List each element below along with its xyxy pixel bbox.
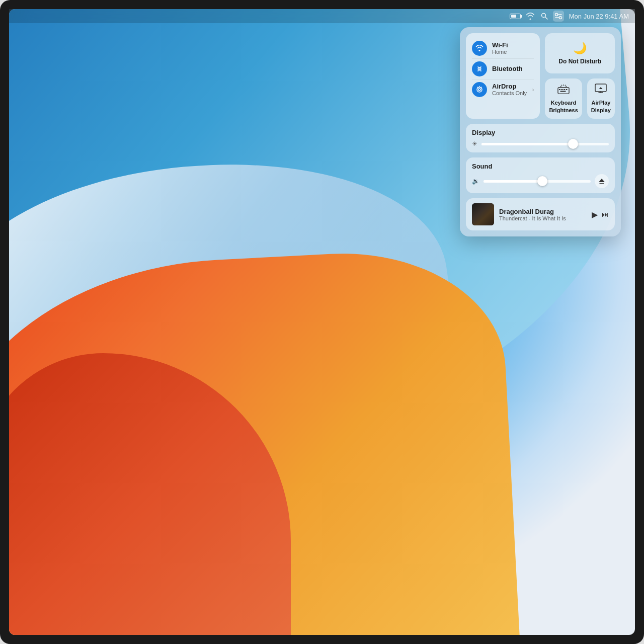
cc-now-playing: Dragonball Durag Thundercat - It Is What… [466,198,615,230]
menubar-datetime: Mon Jun 22 9:41 AM [569,13,629,20]
cc-wifi-item[interactable]: Wi-Fi Home [472,38,534,58]
keyboard-brightness-icon [557,84,570,97]
svg-rect-12 [566,89,568,90]
cc-dnd-label: Do Not Disturb [558,58,601,65]
cc-track-title: Dragonball Durag [499,208,587,215]
menubar-right: Mon Jun 22 9:41 AM [511,11,629,22]
cc-airdrop-text: AirDrop Contacts Only [492,83,527,97]
chevron-right-icon: › [532,87,534,93]
cc-wifi-text: Wi-Fi Home [492,41,534,56]
svg-rect-10 [561,89,563,90]
cc-dnd-tile[interactable]: 🌙 Do Not Disturb [545,33,615,73]
sound-slider-thumb[interactable] [537,176,547,186]
cc-keyboard-brightness-tile[interactable]: Keyboard Brightness [545,78,582,119]
display-slider-thumb[interactable] [568,139,578,149]
cc-display-slider-row: ☀ [472,140,609,147]
svg-rect-13 [560,91,566,92]
cc-small-tiles-row: Keyboard Brightness AirPl [545,78,615,119]
cc-track-info: Dragonball Durag Thundercat - It Is What… [499,208,587,221]
cc-display-section: Display ☀ [466,124,615,152]
svg-point-6 [477,87,482,92]
display-slider-track[interactable] [481,143,609,145]
play-button[interactable]: ▶ [592,210,598,219]
cc-bluetooth-icon [472,61,487,76]
cc-airdrop-title: AirDrop [492,83,527,91]
cc-right-tiles: 🌙 Do Not Disturb [545,33,615,119]
volume-icon: 🔉 [472,178,479,185]
svg-point-4 [559,17,561,19]
svg-line-1 [545,17,547,20]
battery-icon[interactable] [511,11,522,22]
sound-slider-track[interactable] [484,180,591,183]
cc-airdrop-icon [472,82,487,97]
cc-track-artist: Thundercat - It Is What It Is [499,215,587,221]
cc-airdrop-sub: Contacts Only [492,90,527,97]
control-center-icon[interactable] [553,11,564,22]
control-center-panel: Wi-Fi Home Bluetooth [460,27,621,236]
svg-rect-8 [558,88,569,94]
menubar: Mon Jun 22 9:41 AM [9,9,635,23]
cc-top-layout: Wi-Fi Home Bluetooth [466,33,615,119]
cc-airplay-display-label: AirPlay Display [591,99,611,114]
screen: Mon Jun 22 9:41 AM [9,9,635,635]
cc-wifi-icon [472,41,487,56]
cc-bluetooth-item[interactable]: Bluetooth [472,58,534,79]
airplay-display-icon [595,84,607,97]
svg-rect-11 [564,89,565,90]
cc-playback-controls: ▶ ⏭ [592,210,609,219]
cc-sound-title: Sound [472,163,609,170]
macbook-bezel: Mon Jun 22 9:41 AM [0,0,644,644]
cc-connectivity-block: Wi-Fi Home Bluetooth [466,33,540,119]
svg-point-2 [555,14,557,16]
svg-point-7 [478,89,480,91]
search-icon[interactable] [539,11,550,22]
brightness-icon: ☀ [472,140,477,147]
cc-airplay-audio-button[interactable] [595,174,609,188]
cc-wifi-title: Wi-Fi [492,41,534,49]
cc-dnd-icon: 🌙 [573,42,587,55]
cc-wifi-sub: Home [492,49,534,55]
svg-rect-9 [559,89,560,90]
display-slider-fill [481,143,573,145]
cc-airplay-display-tile[interactable]: AirPlay Display [587,78,615,119]
cc-bluetooth-title: Bluetooth [492,65,534,73]
cc-bluetooth-text: Bluetooth [492,65,534,73]
cc-sound-slider-row: 🔉 [472,174,609,188]
cc-keyboard-brightness-label: Keyboard Brightness [549,99,578,114]
cc-album-art [472,203,494,225]
cc-sound-section: Sound 🔉 [466,157,615,193]
skip-forward-button[interactable]: ⏭ [602,210,609,218]
sound-slider-fill [484,180,542,183]
cc-airdrop-item[interactable]: AirDrop Contacts Only › [472,79,534,100]
cc-album-inner [472,203,494,225]
wifi-icon[interactable] [525,11,536,22]
cc-display-title: Display [472,129,609,136]
